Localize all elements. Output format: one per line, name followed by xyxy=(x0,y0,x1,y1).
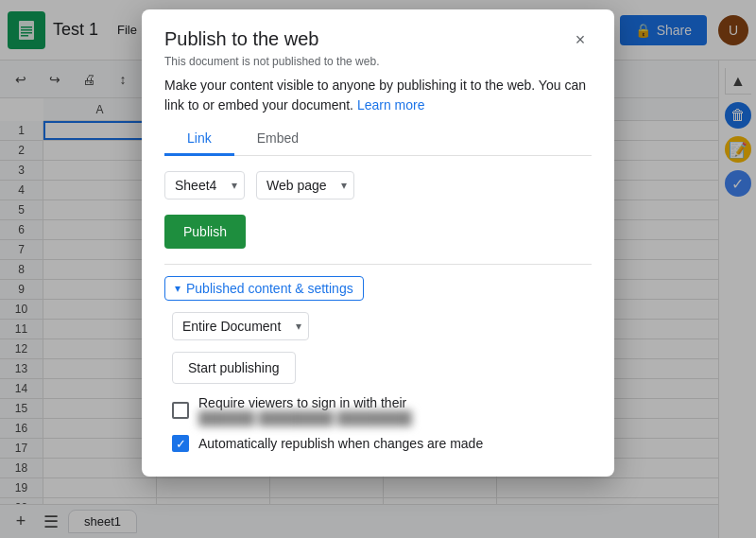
publish-button[interactable]: Publish xyxy=(164,215,246,249)
modal-description: Make your content visible to anyone by p… xyxy=(142,68,614,123)
entire-doc-dropdown[interactable]: Entire Document xyxy=(172,312,309,340)
blurred-label: ██████ ████████ ████████ xyxy=(198,410,412,425)
checkbox-signin-label: Require viewers to sign in with their ██… xyxy=(198,395,592,425)
tab-link[interactable]: Link xyxy=(164,123,234,156)
accordion-title: Published content & settings xyxy=(186,281,353,296)
checkbox-row-signin: Require viewers to sign in with their ██… xyxy=(172,395,592,425)
accordion-content: Entire Document ▾ Start publishing Requi… xyxy=(164,312,592,452)
checkbox-signin[interactable] xyxy=(172,402,189,419)
published-content-settings-accordion[interactable]: ▾ Published content & settings xyxy=(164,276,592,301)
divider xyxy=(164,264,592,265)
format-dropdown-wrapper[interactable]: Web page ▾ xyxy=(256,171,354,200)
accordion-label[interactable]: ▾ Published content & settings xyxy=(164,276,364,301)
modal-header: Publish to the web × xyxy=(142,9,614,51)
format-dropdown[interactable]: Web page xyxy=(256,171,354,200)
start-publishing-button[interactable]: Start publishing xyxy=(172,352,296,384)
learn-more-link[interactable]: Learn more xyxy=(357,97,425,113)
modal-close-button[interactable]: × xyxy=(569,28,592,51)
checkbox-republish[interactable]: ✓ xyxy=(172,435,189,452)
publish-to-web-modal: Publish to the web × This document is no… xyxy=(142,9,614,477)
sheet-dropdown-wrapper[interactable]: Sheet4 ▾ xyxy=(164,171,245,200)
start-publishing-wrapper: Start publishing xyxy=(172,352,592,395)
tab-embed[interactable]: Embed xyxy=(234,123,321,156)
modal-title: Publish to the web xyxy=(164,28,318,50)
entire-doc-dropdown-wrapper[interactable]: Entire Document ▾ xyxy=(172,312,309,340)
entire-doc-wrapper: Entire Document ▾ xyxy=(172,312,592,340)
checkbox-republish-label: Automatically republish when changes are… xyxy=(198,436,483,451)
modal-content: Sheet4 ▾ Web page ▾ Publish ▾ xyxy=(142,156,614,477)
modal-overlay: Publish to the web × This document is no… xyxy=(0,0,756,538)
sheet-dropdown[interactable]: Sheet4 xyxy=(164,171,245,200)
checkbox-row-republish: ✓ Automatically republish when changes a… xyxy=(172,435,592,452)
dropdown-row: Sheet4 ▾ Web page ▾ xyxy=(164,171,592,200)
chevron-down-icon: ▾ xyxy=(175,282,180,295)
modal-subtitle: This document is not published to the we… xyxy=(142,51,614,68)
modal-tab-bar: Link Embed xyxy=(164,123,592,156)
